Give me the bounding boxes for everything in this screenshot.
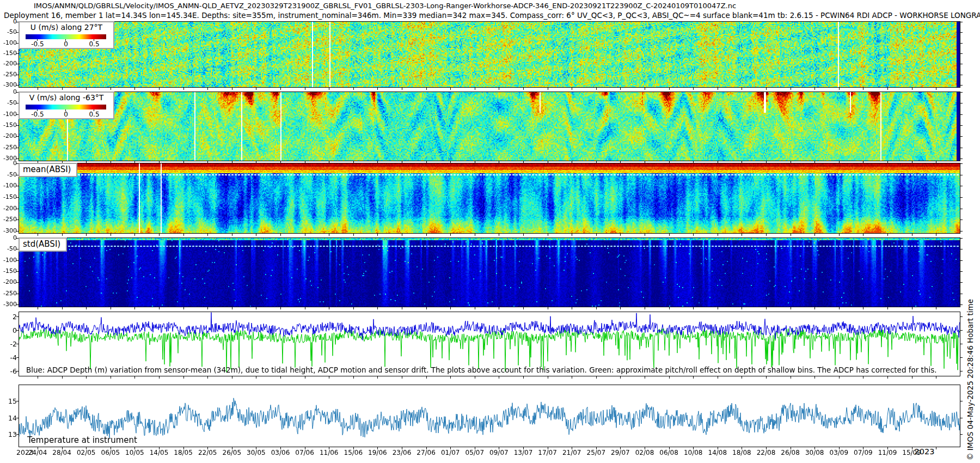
x-tick-label: 06/05 [101,449,120,456]
y-tick-mark-right [960,330,963,331]
x-tick-mark [791,376,791,379]
y-tick-mark-right [960,371,963,371]
y-tick-label: 2 [6,313,17,321]
y-tick-mark-right [960,85,963,86]
x-tick-mark [814,376,815,379]
y-tick-label: -50 [0,28,17,35]
x-tick-mark [377,234,378,236]
x-tick-mark [693,234,694,236]
x-tick-mark [450,376,451,379]
y-tick-label: -50 [0,245,17,252]
figure-title-filename: IMOS/ANMN/QLD/GBRLSL/Velocity/IMOS_ANMN-… [34,2,736,10]
y-tick-label: -250 [0,216,17,223]
x-tick-mark [572,307,572,309]
y-tick-mark-right [960,238,963,239]
colorbar-tick-label: -0.5 [31,111,44,118]
x-tick-mark [111,234,111,236]
x-tick-mark [62,376,63,379]
x-tick-label: 26/08 [781,449,800,456]
x-tick-mark [887,307,888,309]
y-tick-label: -150 [0,50,17,57]
x-tick-label: 30/05 [247,449,266,456]
x-tick-mark [620,376,621,379]
x-tick-label: 23/06 [393,449,412,456]
x-tick-mark [620,307,621,309]
x-tick-mark [766,88,767,90]
figure-subtitle-deployment-info: Deployment 16, member 1 lat=14.34S lon=1… [4,11,980,20]
y-tick-mark-right [960,260,963,261]
x-tick-mark [183,307,184,309]
x-tick-mark [645,234,645,236]
x-tick-mark [936,447,936,449]
x-tick-label: 18/08 [732,449,751,456]
x-tick-mark [232,234,232,236]
x-tick-label: 11/06 [320,449,339,456]
colorbar-tick-label: 0.5 [89,111,99,118]
x-tick-mark [256,234,256,236]
temperature-label: Temperature at instrument [27,435,137,445]
x-tick-mark [936,234,936,236]
y-tick-mark-right [960,357,963,358]
y-tick-mark-right [960,175,963,175]
x-tick-mark [280,376,281,379]
x-tick-mark [572,376,572,379]
x-tick-mark [38,88,38,90]
x-tick-mark [887,88,888,90]
x-tick-mark [742,234,742,236]
x-tick-mark [426,88,427,90]
x-tick-mark [377,376,378,379]
x-tick-mark [475,234,475,236]
y-tick-mark-right [960,75,963,75]
y-tick-label: -6 [6,367,17,375]
y-tick-mark-right [960,271,963,272]
x-tick-mark [912,307,912,309]
x-tick-label: 22/05 [198,449,217,456]
x-tick-mark [863,88,863,90]
x-tick-mark [377,88,378,90]
x-tick-mark [645,307,645,309]
x-tick-label: 01/07 [441,449,460,456]
x-tick-label: 05/07 [465,449,485,456]
x-tick-mark [305,307,305,309]
x-tick-mark [475,307,475,309]
x-tick-mark [280,234,281,236]
y-tick-label: -100 [0,111,17,118]
u-velocity-heatmap-canvas [19,22,960,87]
x-tick-mark [863,307,863,309]
imos-watermark: © IMOS 04-May-2025 20:28:46 Hobart time [966,299,975,460]
y-tick-mark-right [960,186,963,186]
x-tick-label: 02/08 [635,449,654,456]
x-tick-mark [305,376,305,379]
x-tick-mark [839,376,840,379]
y-tick-mark-right [960,316,963,317]
panel-depth-variation-lineplot: Blue: ADCP Depth (m) variation from sens… [19,312,960,376]
y-tick-label: -150 [0,121,17,129]
y-tick-mark-right [960,209,963,209]
x-tick-label: 07/09 [854,449,873,456]
x-tick-mark [693,376,694,379]
panel-mean-absi-heatmap: mean(ABSI) 0-50-100-150-200-250-300 [19,163,960,234]
x-tick-mark [596,307,597,309]
panel-u-velocity-heatmap: U (m/s) along 27°T -0.5 0 0.5 0-50-100-1… [19,21,960,88]
y-tick-label: 0 [0,18,17,25]
x-tick-mark [450,307,451,309]
x-tick-mark [742,376,742,379]
x-tick-mark [426,307,427,309]
x-tick-mark [548,376,548,379]
x-tick-mark [232,307,232,309]
depth-variation-annotation: Blue: ADCP Depth (m) variation from sens… [26,365,937,374]
x-tick-mark [62,307,63,309]
x-tick-mark [669,376,670,379]
u-colorbar-gradient [26,34,106,39]
x-tick-mark [207,88,208,90]
x-tick-mark [693,88,694,90]
x-tick-mark [402,234,402,236]
x-tick-mark [912,88,912,90]
x-tick-mark [620,88,621,90]
x-tick-mark [353,376,354,379]
y-tick-mark-right [960,114,963,115]
x-tick-mark [766,376,767,379]
x-tick-mark [523,376,524,379]
panel-v-velocity-heatmap: V (m/s) along -63°T -0.5 0 0.5 0-50-100-… [19,92,960,161]
x-tick-mark [86,234,87,236]
